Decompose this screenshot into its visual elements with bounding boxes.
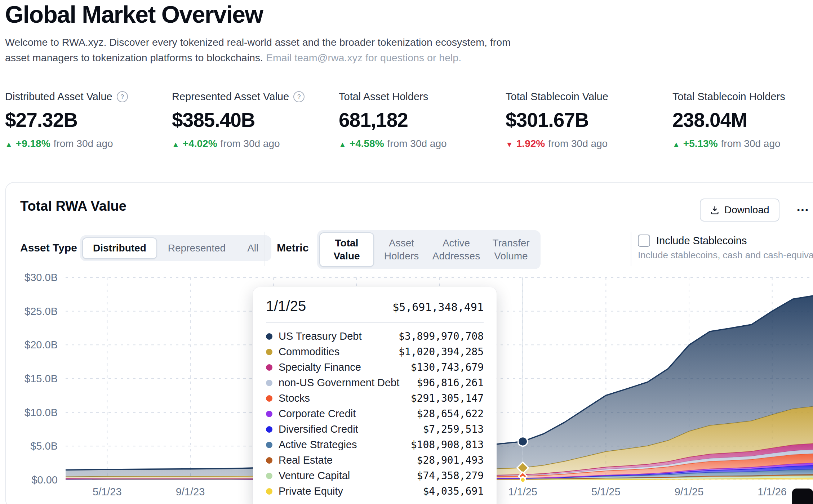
tooltip-row: Corporate Credit $28,654,622 [266,406,484,422]
series-dot [266,333,272,340]
tooltip-total-value: $5,691,348,491 [392,301,484,313]
stat-label: Total Stablecoin Value [506,91,608,103]
y-axis-label: $10.0B [25,407,58,418]
change-arrow-icon: ▲ [5,140,13,149]
stat-change-suffix: from 30d ago [387,138,447,150]
series-value: $28,654,622 [417,408,484,420]
stat-change-percent: +4.02% [183,138,217,150]
stat-change: ▲ +4.58% from 30d ago [339,138,506,150]
page-subtitle: Welcome to RWA.xyz. Discover every token… [5,35,535,66]
series-value: $130,743,679 [411,361,484,373]
stat-change-percent: 1.92% [516,138,545,150]
series-name: Private Equity [279,485,343,497]
tooltip-row: US Treasury Debt $3,899,970,708 [266,329,484,344]
help-icon[interactable]: ? [117,91,128,102]
series-value: $291,305,147 [411,392,484,404]
stat-change-percent: +5.13% [683,138,718,150]
series-dot [266,364,272,371]
y-axis-label: $20.0B [25,339,58,351]
stat-label: Total Asset Holders [339,91,428,103]
chart-tooltip: 1/1/25 $5,691,348,491 US Treasury Debt $… [253,287,497,504]
series-value: $1,020,394,285 [399,346,484,358]
series-dot [266,426,272,433]
stat-change: ▲ +4.02% from 30d ago [172,138,339,150]
stat-card: Represented Asset Value ? $385.40B ▲ +4.… [172,91,339,150]
tooltip-rows: US Treasury Debt $3,899,970,708 Commodit… [266,329,484,499]
stat-card: Total Asset Holders ? 681,182 ▲ +4.58% f… [339,91,506,150]
series-name: Diversified Credit [279,423,358,435]
series-dot [266,395,272,402]
y-axis-label: $0.00 [31,474,58,486]
y-axis-label: $25.0B [25,305,58,317]
series-name: Active Strategies [279,439,357,451]
tooltip-divider [266,322,484,323]
series-dot [266,380,272,386]
change-arrow-icon: ▲ [172,140,179,149]
stat-label: Distributed Asset Value [5,91,112,103]
series-value: $96,816,261 [417,377,484,389]
stat-card: Total Stablecoin Value ? $301.67B ▼ 1.92… [506,91,672,150]
stat-change-suffix: from 30d ago [54,138,113,150]
x-axis-label: 1/1/26 [758,486,787,498]
stat-change-suffix: from 30d ago [721,138,781,150]
highlight-marker [520,477,525,482]
tooltip-row: Private Equity $4,035,691 [266,483,484,499]
x-axis-label: 1/1/25 [508,486,537,498]
series-value: $4,035,691 [423,485,484,497]
total-rwa-value-card: Total RWA Value Download ••• Asset Type … [5,182,813,504]
x-axis-label: 5/1/23 [93,486,122,498]
stats-row: Distributed Asset Value ? $27.32B ▲ +9.1… [5,91,813,150]
x-axis-label: 5/1/25 [591,486,621,498]
series-value: $74,358,279 [417,470,484,482]
tooltip-row: Real Estate $28,901,493 [266,452,484,468]
tooltip-row: Diversified Credit $7,259,513 [266,422,484,437]
series-name: non-US Government Debt [279,377,399,389]
chat-widget-button[interactable] [792,489,813,504]
stat-label: Total Stablecoin Holders [672,91,785,103]
series-dot [266,442,272,448]
stat-change-suffix: from 30d ago [548,138,608,150]
series-name: Stocks [279,392,310,404]
stat-value: $301.67B [506,108,672,131]
contact-note[interactable]: Email team@rwa.xyz for questions or help… [266,52,461,63]
x-axis-label: 9/1/23 [176,486,205,498]
series-name: Real Estate [279,454,333,466]
series-name: Commodities [279,346,339,358]
tooltip-row: Active Strategies $108,908,813 [266,437,484,452]
stat-change: ▼ 1.92% from 30d ago [506,138,672,150]
y-axis-label: $15.0B [25,373,58,384]
change-arrow-icon: ▲ [672,140,680,149]
page-title: Global Market Overview [5,1,263,28]
series-dot [266,349,272,355]
change-arrow-icon: ▲ [339,140,346,149]
highlight-marker [518,437,528,446]
series-name: Corporate Credit [279,408,356,420]
stat-card: Total Stablecoin Holders ? 238.04M ▲ +5.… [672,91,813,150]
series-dot [266,457,272,464]
x-axis-label: 9/1/25 [675,486,704,498]
series-value: $28,901,493 [417,454,484,466]
series-name: Venture Capital [279,470,350,482]
series-dot [266,488,272,495]
series-name: Specialty Finance [279,361,361,373]
stat-change-percent: +9.18% [16,138,50,150]
series-dot [266,411,272,417]
tooltip-row: Venture Capital $74,358,279 [266,468,484,483]
stat-value: $27.32B [5,108,172,131]
change-arrow-icon: ▼ [506,140,513,149]
y-axis-label: $5.0B [30,440,58,452]
tooltip-row: Specialty Finance $130,743,679 [266,360,484,375]
tooltip-row: Stocks $291,305,147 [266,391,484,406]
series-value: $3,899,970,708 [399,330,484,342]
tooltip-row: Commodities $1,020,394,285 [266,344,484,360]
stat-value: 681,182 [339,108,506,131]
stat-change-suffix: from 30d ago [221,138,280,150]
series-dot [266,473,272,479]
help-icon[interactable]: ? [293,91,305,102]
stat-change: ▲ +5.13% from 30d ago [672,138,813,150]
series-value: $108,908,813 [411,439,484,451]
stat-card: Distributed Asset Value ? $27.32B ▲ +9.1… [5,91,172,150]
stat-value: $385.40B [172,108,339,131]
page: Global Market Overview Welcome to RWA.xy… [0,0,813,504]
series-name: US Treasury Debt [279,330,361,342]
